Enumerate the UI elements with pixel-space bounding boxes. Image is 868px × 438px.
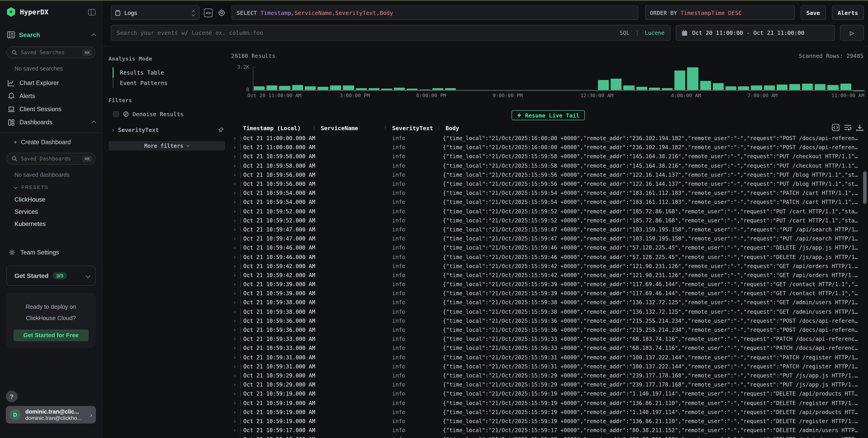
get-started-dropdown[interactable]: Get Started 3/3 [6, 266, 95, 286]
table-row[interactable]: ›Oct 21 10:59:42.000 AMinfo{"time_local"… [229, 262, 860, 271]
column-resize-handle[interactable]: ⋮ [312, 125, 316, 130]
table-row[interactable]: ›Oct 21 10:59:38.000 AMinfo{"time_local"… [229, 307, 860, 316]
table-row[interactable]: ›Oct 21 10:59:31.000 AMinfo{"time_local"… [229, 362, 860, 371]
events-histogram[interactable]: 3.2K 0 Oct 20 11:00:00 AM3:00:00 PM6:00:… [231, 60, 865, 98]
table-row[interactable]: ›Oct 21 10:59:46.000 AMinfo{"time_local"… [229, 243, 860, 252]
pin-icon[interactable] [218, 127, 224, 133]
save-button[interactable]: Save [800, 5, 826, 20]
saved-dashboards-input[interactable]: Saved Dashboards ⌘K [6, 153, 95, 165]
sidebar-item-search[interactable]: Search [0, 21, 102, 44]
col-header-servicename[interactable]: ServiceName⋮ [318, 125, 390, 131]
logo-row: HyperDX [0, 0, 102, 21]
table-row[interactable]: ›Oct 21 10:59:17.000 AMinfo{"time_local"… [229, 435, 860, 438]
col-header-body[interactable]: Body [443, 125, 860, 131]
user-menu[interactable]: D dominic.tran@clic... dominic.tran@clic… [6, 406, 96, 424]
lucene-mode-option[interactable]: Lucene [645, 30, 664, 36]
source-select[interactable]: Logs [111, 5, 199, 20]
scrollbar-thumb[interactable] [863, 171, 867, 204]
chart-bars[interactable] [253, 67, 864, 91]
wrap-lines-icon[interactable] [844, 124, 852, 131]
search-input[interactable]: Search your events w/ Lucene ex. column:… [111, 25, 670, 41]
sidebar-item-client-sessions[interactable]: Client Sessions [0, 103, 102, 116]
table-row[interactable]: ›Oct 21 11:00:00.000 AMinfo{"time_local"… [229, 143, 860, 152]
table-row[interactable]: ›Oct 21 11:00:00.000 AMinfo{"time_local"… [229, 134, 860, 143]
row-timestamp: Oct 21 10:59:36.000 AM [240, 318, 318, 324]
help-button[interactable]: ? [6, 391, 18, 402]
table-row[interactable]: ›Oct 21 10:59:29.000 AMinfo{"time_local"… [229, 380, 860, 389]
table-row[interactable]: ›Oct 21 10:59:38.000 AMinfo{"time_local"… [229, 298, 860, 307]
sidebar-item-dashboards[interactable]: Dashboards [0, 116, 102, 129]
no-saved-dashboards-text: No saved dashboards [14, 172, 95, 178]
edit-source-code-icon[interactable]: <> [204, 8, 213, 17]
table-row[interactable]: ›Oct 21 10:59:29.000 AMinfo{"time_local"… [229, 371, 860, 380]
table-row[interactable]: ›Oct 21 10:59:54.000 AMinfo{"time_local"… [229, 198, 860, 207]
table-row[interactable]: ›Oct 21 10:59:47.000 AMinfo{"time_local"… [229, 225, 860, 234]
vertical-scrollbar[interactable] [863, 168, 867, 438]
row-severity: info [390, 135, 443, 141]
mode-event-patterns[interactable]: Event Patterns [114, 78, 225, 88]
source-settings-gear-icon[interactable] [217, 8, 226, 17]
table-row[interactable]: ›Oct 21 10:59:54.000 AMinfo{"time_local"… [229, 189, 860, 198]
table-row[interactable]: ›Oct 21 10:59:39.000 AMinfo{"time_local"… [229, 280, 860, 289]
table-row[interactable]: ›Oct 21 10:59:56.000 AMinfo{"time_local"… [229, 170, 860, 179]
table-row[interactable]: ›Oct 21 10:59:39.000 AMinfo{"time_local"… [229, 289, 860, 298]
sidebar-item-chart-explorer[interactable]: Chart Explorer [0, 76, 102, 90]
create-dashboard-button[interactable]: + Create Dashboard [0, 133, 102, 147]
select-clause-input[interactable]: SELECT Timestamp,ServiceName,SeverityTex… [231, 5, 638, 20]
resume-live-tail-button[interactable]: Resume Live Tail [512, 110, 585, 120]
table-row[interactable]: ›Oct 21 10:59:31.000 AMinfo{"time_local"… [229, 353, 860, 362]
table-row[interactable]: ›Oct 21 10:59:42.000 AMinfo{"time_local"… [229, 271, 860, 280]
table-row[interactable]: ›Oct 21 10:59:19.000 AMinfo{"time_local"… [229, 390, 860, 399]
date-range-picker[interactable]: Oct 20 11:00:00 - Oct 21 11:00:00 [676, 25, 835, 41]
alerts-button[interactable]: Alerts [832, 5, 864, 20]
sidebar-collapse-icon[interactable] [88, 9, 95, 15]
saved-searches-input[interactable]: Saved Searches ⌘K [6, 46, 95, 58]
col-header-timestamp[interactable]: Timestamp (Local)⋮ [240, 125, 318, 131]
table-row[interactable]: ›Oct 21 10:59:36.000 AMinfo{"time_local"… [229, 326, 860, 335]
table-row[interactable]: ›Oct 21 10:59:19.000 AMinfo{"time_local"… [229, 407, 860, 416]
denoise-checkbox[interactable] [113, 111, 119, 117]
download-icon[interactable] [856, 124, 864, 131]
row-timestamp: Oct 21 10:59:19.000 AM [240, 409, 318, 415]
table-row[interactable]: ›Oct 21 10:59:33.000 AMinfo{"time_local"… [229, 344, 860, 353]
table-row[interactable]: ›Oct 21 10:59:52.000 AMinfo{"time_local"… [229, 216, 860, 225]
presets-toggle[interactable]: PRESETS [0, 180, 102, 191]
table-row[interactable]: ›Oct 21 10:59:19.000 AMinfo{"time_local"… [229, 417, 860, 426]
expand-chevron[interactable]: › [111, 127, 115, 133]
table-row[interactable]: ›Oct 21 10:59:17.000 AMinfo{"time_local"… [229, 426, 860, 435]
sidebar-item-alerts[interactable]: Alerts [0, 90, 102, 103]
row-body: {"time_local":"21/Oct/2025:15:59:38 +000… [443, 299, 860, 306]
select-column: Timestamp [260, 9, 291, 16]
row-expand-chevron: › [229, 163, 240, 169]
run-query-button[interactable]: ▷ [840, 25, 864, 41]
column-resize-handle[interactable]: ⋮ [436, 125, 441, 130]
view-source-code-icon[interactable] [832, 124, 839, 131]
table-row[interactable]: ›Oct 21 10:59:47.000 AMinfo{"time_local"… [229, 234, 860, 243]
order-by-input[interactable]: ORDER BY TimestampTime DESC [645, 5, 795, 20]
table-row[interactable]: ›Oct 21 10:59:36.000 AMinfo{"time_local"… [229, 316, 860, 326]
chevron-up-icon[interactable] [92, 33, 96, 38]
col-header-severitytext[interactable]: SeverityText⋮ [390, 125, 443, 131]
sql-mode-option[interactable]: SQL [620, 30, 630, 36]
table-row[interactable]: ›Oct 21 10:59:58.000 AMinfo{"time_local"… [229, 161, 860, 170]
row-timestamp: Oct 21 10:59:31.000 AM [240, 354, 318, 361]
table-row[interactable]: ›Oct 21 10:59:58.000 AMinfo{"time_local"… [229, 152, 860, 161]
preset-item-services[interactable]: Services [0, 206, 102, 218]
table-row[interactable]: ›Oct 21 10:59:52.000 AMinfo{"time_local"… [229, 207, 860, 216]
chevron-up-icon[interactable] [92, 121, 96, 125]
row-expand-chevron: › [229, 236, 240, 242]
table-row[interactable]: ›Oct 21 10:59:19.000 AMinfo{"time_local"… [229, 399, 860, 407]
table-row[interactable]: ›Oct 21 10:59:56.000 AMinfo{"time_local"… [229, 179, 860, 189]
table-row[interactable]: ›Oct 21 10:59:46.000 AMinfo{"time_local"… [229, 252, 860, 262]
get-started-free-button[interactable]: Get Started for Free [13, 329, 88, 341]
denoise-results-toggle[interactable]: Denoise Results [113, 111, 225, 117]
mode-results-table[interactable]: Results Table [114, 67, 225, 78]
severity-filter-group[interactable]: › SeverityText [111, 127, 224, 133]
preset-item-clickhouse[interactable]: ClickHouse [0, 194, 102, 206]
sidebar-item-team-settings[interactable]: Team Settings [0, 245, 102, 260]
table-row[interactable]: ›Oct 21 10:59:33.000 AMinfo{"time_local"… [229, 335, 860, 343]
column-resize-handle[interactable]: ⋮ [383, 125, 388, 130]
chart-explorer-icon [7, 79, 15, 86]
more-filters-button[interactable]: More filters [108, 141, 225, 150]
preset-item-kubernetes[interactable]: Kubernetes [0, 218, 102, 230]
